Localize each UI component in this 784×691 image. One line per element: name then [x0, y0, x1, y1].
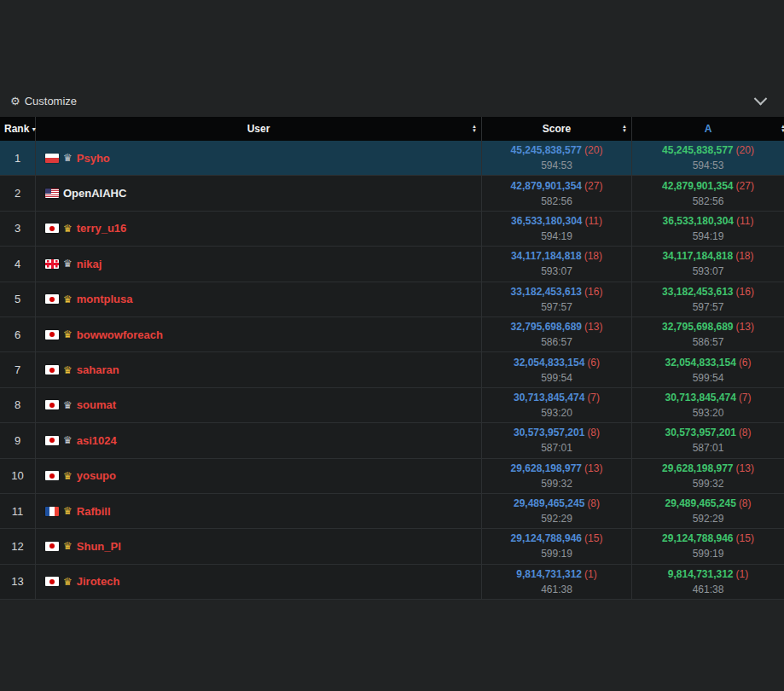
standings-row: 4♛nikaj34,117,184,818(18)593:0734,117,18… [0, 247, 784, 282]
task-a-value: 32,054,833,154 [665, 355, 735, 370]
crown-silver-icon: ♛ [63, 153, 73, 163]
standings-row: 3♛terry_u1636,533,180,304(11)594:1936,53… [0, 212, 784, 247]
username-link[interactable]: terry_u16 [77, 222, 127, 235]
user-header-label: User [247, 123, 270, 135]
username-link[interactable]: yosupo [77, 469, 116, 482]
customize-button[interactable]: Customize [25, 95, 77, 107]
crown-gold-icon: ♛ [63, 471, 73, 481]
score-value: 32,795,698,689 [511, 319, 582, 334]
penalty-count: (6) [739, 355, 752, 370]
username-link[interactable]: asi1024 [77, 434, 117, 447]
task-a-cell: 42,879,901,354(27)582:56 [632, 176, 784, 210]
task-a-value: 33,182,453,613 [662, 284, 733, 299]
task-a-cell: 29,489,465,245(8)592:29 [632, 494, 784, 528]
score-cell: 29,489,465,245(8)592:29 [482, 494, 632, 528]
sort-arrows-icon[interactable]: ▲▼ [781, 125, 784, 133]
username-link[interactable]: saharan [77, 363, 119, 376]
rank-cell: 3 [0, 212, 36, 246]
user-cell: ♛Psyho [36, 141, 482, 175]
score-value: 45,245,838,577 [511, 142, 582, 158]
username-link[interactable]: Psyho [77, 152, 110, 165]
flag-jp-icon [45, 577, 59, 586]
score-value: 34,117,184,818 [511, 248, 582, 264]
task-a-header-link[interactable]: A [705, 123, 712, 135]
score-value: 30,573,957,201 [514, 425, 584, 440]
task-a-value: 30,573,957,201 [665, 425, 735, 440]
sort-arrows-icon[interactable]: ▲▼ [622, 125, 627, 133]
score-cell: 33,182,453,613(16)597:57 [482, 282, 632, 316]
penalty-count: (16) [736, 284, 754, 299]
task-a-column-header[interactable]: A ▲▼ [632, 117, 784, 141]
flag-fr-icon [45, 507, 59, 516]
penalty-count: (6) [587, 355, 600, 370]
elapsed-time: 593:20 [693, 405, 724, 421]
rank-cell: 7 [0, 352, 36, 386]
rank-cell: 1 [0, 141, 36, 175]
score-cell: 42,879,901,354(27)582:56 [482, 176, 632, 210]
penalty-count: (7) [739, 390, 752, 405]
rank-cell: 10 [0, 459, 36, 493]
flag-pl-icon [45, 154, 59, 163]
penalty-count: (18) [735, 248, 753, 264]
username-link[interactable]: nikaj [77, 258, 102, 270]
user-column-header[interactable]: User ▲▼ [36, 117, 482, 141]
username-link[interactable]: OpenAIAHC [63, 187, 126, 200]
username-link[interactable]: Rafbill [77, 505, 111, 518]
customize-bar: ⚙ Customize [0, 89, 784, 113]
score-value: 36,533,180,304 [511, 213, 582, 229]
rank-cell: 4 [0, 247, 36, 281]
crown-gold-icon: ♛ [63, 329, 73, 340]
standings-row: 9♛asi102430,573,957,201(8)587:0130,573,9… [0, 423, 784, 458]
penalty-count: (13) [736, 461, 754, 476]
score-cell: 29,124,788,946(15)599:19 [482, 529, 632, 563]
username-link[interactable]: soumat [77, 398, 116, 411]
rank-column-header[interactable]: Rank ▼ [0, 117, 36, 141]
penalty-count: (8) [739, 496, 752, 511]
elapsed-time: 599:54 [693, 370, 724, 386]
chevron-down-icon[interactable] [754, 91, 768, 105]
elapsed-time: 593:07 [541, 264, 572, 279]
penalty-count: (11) [584, 213, 601, 229]
elapsed-time: 592:29 [693, 511, 724, 526]
standings-row: 10♛yosupo29,628,198,977(13)599:3229,628,… [0, 459, 784, 494]
penalty-count: (13) [584, 319, 602, 334]
elapsed-time: 593:20 [541, 405, 572, 421]
username-link[interactable]: Jirotech [77, 575, 120, 588]
elapsed-time: 599:32 [693, 476, 724, 491]
penalty-count: (13) [736, 319, 754, 334]
username-link[interactable]: Shun_PI [77, 540, 121, 553]
username-link[interactable]: bowwowforeach [77, 328, 163, 341]
task-a-cell: 32,795,698,689(13)586:57 [632, 317, 784, 351]
score-column-header[interactable]: Score ▲▼ [482, 117, 632, 141]
penalty-count: (15) [736, 531, 754, 546]
rank-cell: 13 [0, 565, 36, 599]
elapsed-time: 582:56 [693, 194, 724, 209]
task-a-cell: 29,124,788,946(15)599:19 [632, 529, 784, 563]
sort-arrows-icon[interactable]: ▲▼ [472, 125, 477, 133]
rank-cell: 5 [0, 282, 36, 316]
elapsed-time: 594:19 [693, 229, 724, 244]
flag-ge-icon [45, 259, 59, 269]
username-link[interactable]: montplusa [77, 293, 133, 305]
elapsed-time: 594:53 [693, 158, 724, 173]
elapsed-time: 599:19 [541, 546, 572, 561]
penalty-count: (8) [587, 425, 600, 440]
penalty-count: (27) [584, 178, 602, 194]
rank-header-label: Rank [4, 123, 29, 135]
elapsed-time: 594:19 [541, 229, 572, 244]
score-cell: 29,628,198,977(13)599:32 [482, 459, 632, 493]
score-value: 30,713,845,474 [514, 390, 584, 405]
flag-jp-icon [45, 542, 59, 551]
score-value: 9,814,731,312 [516, 566, 582, 582]
task-a-value: 34,117,184,818 [662, 248, 733, 264]
penalty-count: (1) [736, 566, 749, 582]
user-cell: ♛yosupo [36, 459, 482, 493]
task-a-cell: 9,814,731,312(1)461:38 [632, 565, 784, 599]
user-cell: ♛Rafbill [36, 494, 482, 528]
score-value: 29,628,198,977 [511, 461, 582, 476]
penalty-count: (13) [584, 461, 602, 476]
standings-row: 1♛Psyho45,245,838,577(20)594:5345,245,83… [0, 141, 784, 176]
task-a-cell: 45,245,838,577(20)594:53 [632, 141, 784, 175]
user-cell: ♛montplusa [36, 282, 482, 316]
user-cell: ♛Shun_PI [36, 529, 482, 563]
